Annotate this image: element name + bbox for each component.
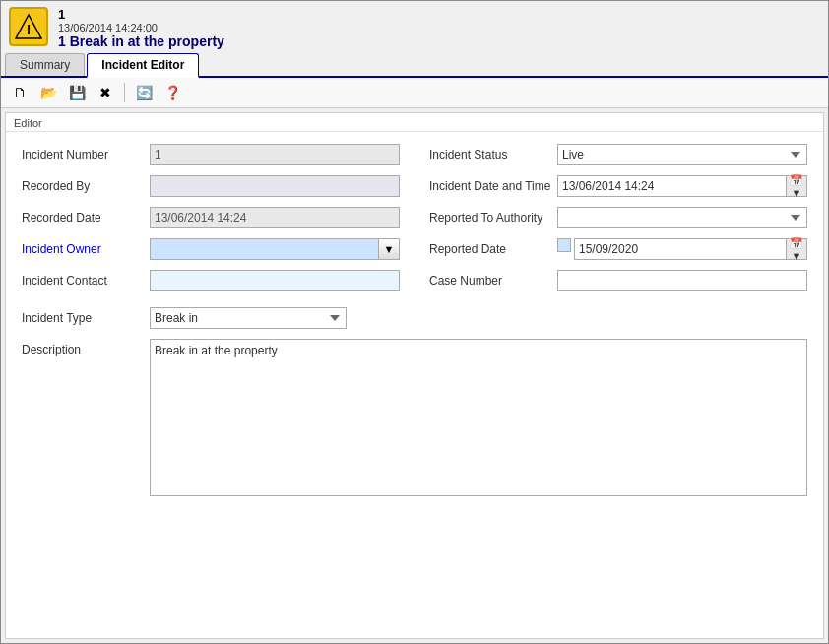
incident-owner-label: Incident Owner: [22, 242, 150, 256]
header-id: 1: [58, 7, 224, 22]
incident-owner-row: Incident Owner ▼: [22, 236, 400, 262]
new-button[interactable]: 🗋: [7, 81, 32, 104]
header: ! 1 13/06/2014 14:24:00 1 Break in at th…: [1, 1, 828, 53]
editor-panel: Editor Incident Number Recorded By Recor…: [5, 112, 824, 639]
reported-date-label: Reported Date: [429, 242, 557, 256]
svg-text:!: !: [27, 22, 32, 37]
recorded-date-label: Recorded Date: [22, 211, 150, 225]
header-text-block: 1 13/06/2014 14:24:00 1 Break in at the …: [58, 7, 224, 49]
recorded-by-field[interactable]: [150, 175, 400, 197]
recorded-by-row: Recorded By: [22, 173, 400, 199]
recorded-date-field[interactable]: [150, 207, 400, 228]
case-number-label: Case Number: [429, 274, 557, 288]
incident-number-label: Incident Number: [22, 148, 150, 161]
incident-contact-field[interactable]: [150, 270, 400, 291]
form-col-left: Incident Number Recorded By Recorded Dat…: [22, 142, 400, 293]
incident-type-label: Incident Type: [22, 311, 150, 325]
reported-to-authority-select[interactable]: [557, 207, 807, 228]
open-button[interactable]: 📂: [35, 81, 61, 104]
description-area: Description Break in at the property: [6, 333, 823, 506]
reported-date-row: Reported Date 📅▼: [429, 236, 807, 262]
recorded-by-label: Recorded By: [22, 179, 150, 193]
incident-contact-row: Incident Contact: [22, 268, 400, 293]
editor-section-label: Editor: [6, 113, 823, 132]
incident-type-select[interactable]: Break in Assault Theft Other: [150, 307, 347, 329]
save-button[interactable]: 💾: [64, 81, 90, 104]
description-field[interactable]: Break in at the property: [150, 339, 807, 496]
incident-icon: !: [9, 7, 48, 46]
reported-to-authority-row: Reported To Authority: [429, 205, 807, 230]
incident-datetime-calendar-btn[interactable]: 📅▼: [786, 175, 807, 197]
reported-date-calendar-btn[interactable]: 📅▼: [786, 238, 807, 260]
form-area: Incident Number Recorded By Recorded Dat…: [6, 132, 823, 303]
cancel-button[interactable]: ✖: [93, 81, 118, 104]
incident-owner-dropdown-btn[interactable]: ▼: [378, 238, 400, 260]
incident-status-select[interactable]: Live Closed Pending: [557, 144, 807, 165]
case-number-field[interactable]: [557, 270, 807, 291]
case-number-row: Case Number: [429, 268, 807, 293]
incident-type-row: Incident Type Break in Assault Theft Oth…: [6, 303, 823, 333]
reported-date-checkbox[interactable]: [557, 238, 571, 252]
description-label: Description: [22, 339, 150, 496]
tab-bar: Summary Incident Editor: [1, 53, 828, 78]
tab-incident-editor[interactable]: Incident Editor: [87, 53, 199, 78]
incident-number-field[interactable]: [150, 144, 400, 165]
main-window: ! 1 13/06/2014 14:24:00 1 Break in at th…: [0, 0, 829, 644]
incident-contact-label: Incident Contact: [22, 274, 150, 288]
reported-date-wrap: 📅▼: [557, 238, 807, 260]
toolbar: 🗋 📂 💾 ✖ 🔄 ❓: [1, 78, 828, 108]
toolbar-separator: [124, 83, 125, 102]
incident-status-row: Incident Status Live Closed Pending: [429, 142, 807, 167]
form-col-right: Incident Status Live Closed Pending Inci…: [429, 142, 807, 293]
help-button[interactable]: ❓: [159, 81, 185, 104]
tab-summary[interactable]: Summary: [5, 53, 85, 76]
incident-datetime-field[interactable]: [557, 175, 786, 197]
header-date: 13/06/2014 14:24:00: [58, 22, 224, 33]
incident-datetime-wrap: 📅▼: [557, 175, 807, 197]
incident-owner-field[interactable]: [150, 238, 378, 260]
header-title: 1 Break in at the property: [58, 33, 224, 49]
refresh-button[interactable]: 🔄: [131, 81, 157, 104]
incident-number-row: Incident Number: [22, 142, 400, 167]
reported-date-field[interactable]: [574, 238, 786, 260]
incident-owner-wrap: ▼: [150, 238, 400, 260]
recorded-date-row: Recorded Date: [22, 205, 400, 230]
incident-datetime-label: Incident Date and Time: [429, 179, 557, 193]
reported-to-authority-label: Reported To Authority: [429, 211, 557, 225]
incident-status-label: Incident Status: [429, 148, 557, 161]
incident-datetime-row: Incident Date and Time 📅▼: [429, 173, 807, 199]
